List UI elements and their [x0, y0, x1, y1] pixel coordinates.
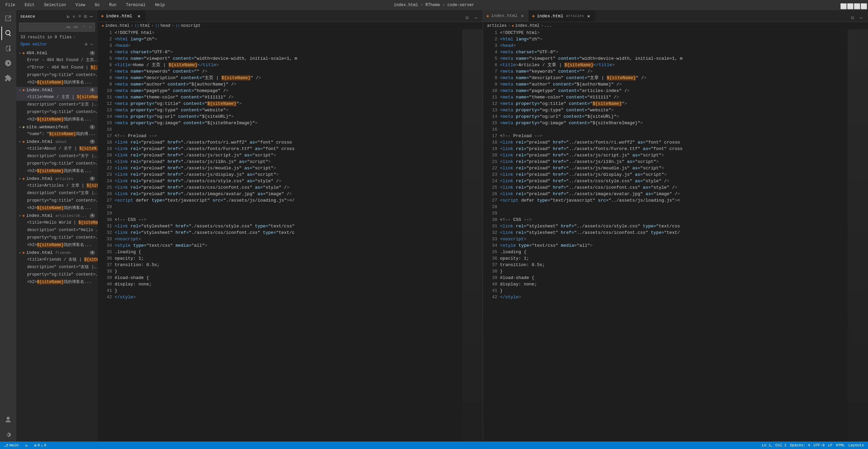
match-item[interactable]: <title>Home / 主页 | ${siteName} ✕	[16, 93, 98, 101]
menu-file[interactable]: File	[3, 2, 17, 8]
open-editor-link[interactable]: Open editor	[20, 42, 47, 47]
match-item[interactable]: <title>About / 关于 | ${siteN...	[16, 145, 98, 152]
activity-explorer[interactable]	[1, 12, 15, 25]
left-tab-index[interactable]: ◈ index.html ✕	[98, 10, 146, 22]
open-in-editor-icon[interactable]: ⊡	[83, 13, 88, 20]
left-code-area[interactable]: <!DOCTYPE html><html lang="zh"><head> <m…	[115, 30, 462, 442]
activity-account[interactable]	[1, 413, 15, 427]
right-tab-index[interactable]: ◈ index.html ✕	[483, 10, 529, 22]
match-item[interactable]: description" content="主页 |...	[16, 101, 98, 108]
file-group-header-friends[interactable]: ▾ ◈ index.html friends 4	[16, 249, 98, 256]
match-item[interactable]: description" content="关于 |...	[16, 152, 98, 160]
whole-word-toggle[interactable]: Ab	[72, 24, 79, 30]
status-branch[interactable]: ⎇ main	[3, 442, 20, 449]
tab-close-button[interactable]: ✕	[520, 13, 525, 19]
window-controls[interactable]: ⬜ ⬜ ⬜ ⬜	[840, 3, 865, 7]
match-item[interactable]: property="og:title" content=...	[16, 271, 98, 278]
menu-selection[interactable]: Selection	[42, 2, 68, 8]
file-group-header-404[interactable]: ▾ ◈ 404.html 4	[16, 50, 98, 56]
match-item[interactable]: description" content="文章 |...	[16, 189, 98, 197]
match-item[interactable]: <title>Hello World | ${siteName...	[16, 219, 98, 226]
collapse-all-icon[interactable]: ≡	[78, 13, 82, 20]
window-minimize[interactable]: ⬜	[840, 3, 844, 7]
refresh-results-icon[interactable]: ↻	[66, 13, 71, 20]
clear-results-icon[interactable]: ✕	[72, 13, 76, 20]
match-item[interactable]: property="og:title" content=...	[16, 71, 98, 79]
left-editor-content[interactable]: 1234567891011121314151617181920212223242…	[98, 30, 483, 442]
match-item[interactable]: "name": "${siteName}我的博...	[16, 130, 98, 138]
file-group-header-about[interactable]: ▾ ◈ index.html about 4	[16, 138, 98, 145]
match-item[interactable]: property="og:title" content=...	[16, 197, 98, 204]
more-actions-icon[interactable]: ⋯	[89, 13, 94, 20]
toggle-replace-icon[interactable]: ⊕	[84, 41, 88, 48]
right-editor-content[interactable]: 1234567891011121314151617181920212223242…	[483, 30, 868, 442]
activity-search[interactable]	[1, 26, 15, 40]
menu-bar[interactable]: File Edit Selection View Go Run Terminal…	[3, 2, 167, 8]
status-encoding[interactable]: UTF-8	[812, 443, 826, 447]
file-group-header-manifest[interactable]: ▾ ◈ site.webmanifest 1	[16, 124, 98, 130]
file-group-header-articles[interactable]: ▾ ◈ index.html articles 4	[16, 175, 98, 182]
code-line: <head>	[115, 42, 462, 49]
match-item[interactable]: property="og:title" content=...	[16, 108, 98, 116]
activity-settings[interactable]	[1, 428, 15, 442]
breadcrumb-file[interactable]: ◈ index.html	[102, 23, 130, 28]
match-item[interactable]: <h2>${siteName}我的博客名...	[16, 278, 98, 286]
match-item[interactable]: <title>Articles / 文章 | ${site...	[16, 182, 98, 189]
match-item[interactable]: description" content="Hello ...	[16, 226, 98, 234]
tab-close-button[interactable]: ✕	[136, 13, 142, 19]
breadcrumb-noscript[interactable]: ⟨⟩ noscript	[175, 23, 200, 28]
breadcrumb-html[interactable]: ⟨⟩ html	[135, 23, 150, 28]
match-item[interactable]: <h2>${siteName}我的博客名...	[16, 79, 98, 86]
activity-run[interactable]	[1, 56, 15, 70]
status-sync[interactable]: ↻	[24, 442, 29, 449]
search-results[interactable]: ▾ ◈ 404.html 4 Error - 404 Not Found / 主…	[16, 50, 98, 442]
window-maximize[interactable]: ⬜	[847, 3, 851, 7]
match-item[interactable]: <h2>${siteName}我的博客名...	[16, 204, 98, 212]
split-editor-right-btn[interactable]: ⊡	[848, 14, 856, 22]
file-group-header-articles-post[interactable]: ▾ ◈ index.html articles/20... 4	[16, 212, 98, 219]
status-spaces[interactable]: Spaces: 4	[789, 443, 811, 447]
status-language[interactable]: HTML	[834, 443, 846, 447]
match-item[interactable]: property="og:title" content=...	[16, 160, 98, 167]
match-item[interactable]: <h2>${siteName}我的博客名...	[16, 116, 98, 123]
menu-view[interactable]: View	[73, 2, 87, 8]
menu-go[interactable]: Go	[93, 2, 101, 8]
breadcrumb-head[interactable]: ⟨⟩ head	[155, 23, 170, 28]
tab-close-button[interactable]: ✕	[586, 13, 592, 19]
activity-extensions[interactable]	[1, 71, 15, 85]
breadcrumb-index-html[interactable]: ◈ index.html	[512, 23, 540, 28]
split-editor-btn[interactable]: ⊡	[463, 14, 471, 22]
code-line: <link rel="stylesheet" href="../assets/c…	[500, 229, 848, 236]
status-position[interactable]: Ln 1, Col 1	[760, 443, 788, 447]
menu-help[interactable]: Help	[153, 2, 167, 8]
match-item[interactable]: <h2>${siteName}我的博客名...	[16, 241, 98, 249]
case-sensitive-toggle[interactable]: Aa	[65, 24, 72, 30]
status-line-ending[interactable]: LF	[827, 443, 834, 447]
more-icon[interactable]: ⋯	[90, 41, 94, 48]
regex-toggle[interactable]: .*	[80, 24, 86, 30]
match-item[interactable]: property="og:title" content=...	[16, 234, 98, 241]
match-item[interactable]: description" content="友链 |...	[16, 263, 98, 271]
menu-terminal[interactable]: Terminal	[124, 2, 148, 8]
status-errors[interactable]: ⊗ 0 ⚠ 0	[33, 442, 47, 449]
search-settings-icon[interactable]: ⋯	[89, 24, 93, 30]
right-code-area[interactable]: <!DOCTYPE html><html lang="zh"><head> <m…	[500, 30, 848, 442]
more-actions-btn[interactable]: ⋯	[472, 14, 480, 22]
menu-run[interactable]: Run	[107, 2, 119, 8]
search-input[interactable]: ${siteName}	[21, 25, 63, 30]
match-item[interactable]: ="Error - 404 Not Found | ${..."	[16, 64, 98, 71]
status-layouts[interactable]: Layouts	[847, 443, 865, 447]
match-item[interactable]: <title>Friends / 友链 | ${site...	[16, 256, 98, 263]
breadcrumb-articles[interactable]: articles	[487, 23, 507, 28]
match-item[interactable]: Error - 404 Not Found / 主页...	[16, 56, 98, 64]
right-tab-articles[interactable]: ◈ index.html articles ✕	[529, 10, 595, 22]
window-split[interactable]: ⬜	[854, 3, 858, 7]
activity-source-control[interactable]	[1, 41, 15, 55]
file-group-header-index[interactable]: ▾ ◈ index.html 4	[16, 87, 98, 93]
more-right-btn[interactable]: ⋯	[857, 14, 865, 22]
menu-edit[interactable]: Edit	[23, 2, 37, 8]
line-number: 28	[98, 204, 112, 210]
match-item[interactable]: <h2>${siteName}我的博客名...	[16, 167, 98, 175]
breadcrumb-dots[interactable]: ...	[545, 23, 552, 28]
window-close[interactable]: ⬜	[861, 3, 865, 7]
